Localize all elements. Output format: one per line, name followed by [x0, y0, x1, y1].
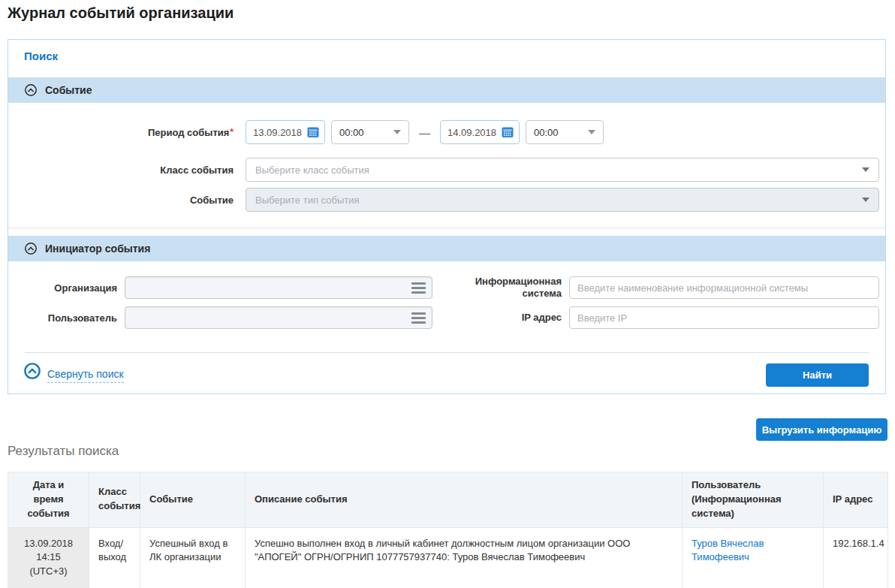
col-header-ip: IP адрес	[824, 472, 888, 528]
period-label: Период события*	[8, 127, 234, 138]
col-header-event-class: Класс события	[89, 472, 140, 528]
ip-input[interactable]	[569, 306, 879, 329]
user-lookup-field[interactable]	[125, 306, 432, 329]
results-table: Дата и время события Класс события Событ…	[8, 472, 888, 588]
col-header-user: Пользователь (Информационная система)	[683, 472, 824, 528]
cell-description: Успешно выполнен вход в личный кабинет д…	[246, 527, 683, 588]
date-to-input[interactable]	[448, 127, 500, 138]
required-mark: *	[230, 127, 234, 137]
time-from-select[interactable]: 00:00	[331, 120, 409, 144]
page-title: Журнал событий организации	[8, 5, 234, 22]
lookup-menu-icon[interactable]	[411, 282, 426, 294]
collapse-section-icon	[24, 83, 38, 97]
results-title: Результаты поиска	[8, 444, 119, 459]
cell-user: Туров Вячеслав Тимофеевич	[683, 527, 824, 588]
info-system-input[interactable]	[569, 276, 879, 299]
cell-event: Успешный вход в ЛК организации	[140, 527, 246, 588]
table-row: 13.09.2018 14:15 (UTC+3) Вход/ выход Усп…	[8, 527, 888, 588]
section-initiator-title: Инициатор события	[45, 243, 150, 255]
organization-input[interactable]	[125, 277, 411, 298]
event-type-select[interactable]: Выберите тип события	[246, 188, 879, 212]
date-from-input[interactable]	[253, 127, 306, 138]
date-to-field[interactable]	[440, 120, 520, 144]
lookup-menu-icon[interactable]	[411, 312, 426, 324]
event-type-label: Событие	[8, 194, 234, 206]
collapse-search-icon[interactable]	[23, 362, 41, 383]
organization-label: Организация	[8, 282, 117, 294]
col-header-event: Событие	[140, 472, 246, 528]
chevron-down-icon	[862, 167, 869, 172]
section-event-header[interactable]: Событие	[8, 77, 885, 103]
time-to-value: 00:00	[534, 127, 559, 138]
info-system-label: Информационная система	[432, 276, 562, 300]
event-class-select[interactable]: Выберите класс события	[246, 158, 879, 182]
event-class-placeholder: Выберите класс события	[255, 164, 369, 176]
table-header-row: Дата и время события Класс события Событ…	[8, 472, 888, 528]
date-from-field[interactable]	[246, 120, 325, 144]
col-header-description: Описание события	[246, 472, 683, 528]
period-range-dash: —	[419, 126, 430, 139]
user-input[interactable]	[125, 307, 411, 328]
organization-lookup-field[interactable]	[125, 276, 432, 299]
user-row: Пользователь IP адрес	[8, 306, 885, 330]
user-label: Пользователь	[8, 312, 117, 324]
search-panel-title: Поиск	[24, 50, 58, 62]
section-initiator-header[interactable]: Инициатор события	[8, 236, 885, 261]
cell-event-class: Вход/ выход	[89, 527, 140, 588]
chevron-down-icon	[862, 198, 869, 202]
chevron-down-icon	[393, 130, 401, 134]
collapse-search-link[interactable]: Свернуть поиск	[47, 368, 124, 383]
search-panel: Поиск Событие Период события* 00:00 —	[8, 39, 886, 394]
calendar-icon[interactable]	[307, 126, 319, 138]
event-type-row: Событие Выберите тип события	[8, 187, 885, 213]
export-button[interactable]: Выгрузить информацию	[756, 418, 887, 441]
col-header-datetime: Дата и время события	[8, 472, 89, 528]
user-link[interactable]: Туров Вячеслав Тимофеевич	[692, 538, 764, 563]
find-button[interactable]: Найти	[766, 363, 869, 387]
event-type-placeholder: Выберите тип события	[255, 194, 359, 206]
footer-divider	[25, 352, 869, 353]
section-event-title: Событие	[45, 84, 92, 96]
event-class-row: Класс события Выберите класс события	[8, 157, 885, 182]
collapse-section-icon	[24, 242, 38, 255]
chevron-down-icon	[588, 130, 595, 134]
event-class-label: Класс события	[8, 164, 234, 176]
period-row: Период события* 00:00 — 00:00	[8, 119, 885, 145]
time-to-select[interactable]: 00:00	[526, 120, 604, 144]
organization-row: Организация Информационная система	[8, 276, 885, 300]
calendar-icon[interactable]	[502, 126, 514, 138]
cell-datetime: 13.09.2018 14:15 (UTC+3)	[8, 527, 89, 588]
ip-label: IP адрес	[432, 312, 562, 324]
time-from-value: 00:00	[339, 127, 364, 138]
event-log-page: Журнал событий организации Поиск Событие…	[0, 0, 895, 588]
cell-ip: 192.168.1.4	[824, 527, 888, 588]
section-divider	[8, 228, 885, 228]
